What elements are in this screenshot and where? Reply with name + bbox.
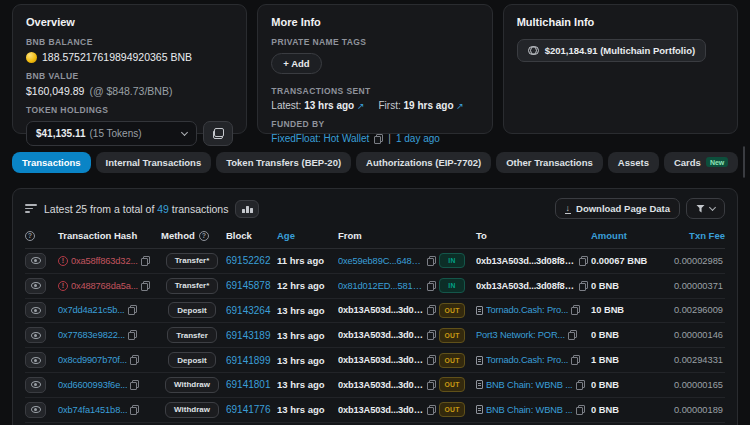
tx-preview-button[interactable] [25, 302, 46, 318]
external-link-icon[interactable]: ↗ [357, 101, 365, 111]
download-page-data-button[interactable]: ↓ Download Page Data [555, 198, 680, 219]
tx-preview-button[interactable] [25, 352, 46, 368]
block-link[interactable]: 69152262 [226, 255, 271, 266]
copy-icon[interactable] [128, 330, 137, 340]
tab-cards[interactable]: Cards New [664, 152, 738, 173]
to-address-link[interactable]: 0xb13A503d...3d08f812E [476, 281, 576, 291]
copy-icon[interactable] [374, 134, 383, 144]
age-cell: 11 hrs ago [277, 255, 335, 266]
copy-icon[interactable] [130, 380, 139, 390]
copy-icon[interactable] [576, 380, 585, 390]
amount-cell: 0 BNB [591, 380, 661, 390]
age-cell: 13 hrs ago [277, 330, 335, 341]
table-row: ! 0x488768da5a... Transfer* 69145878 12 … [25, 274, 725, 299]
direction-badge: OUT [439, 303, 465, 318]
tx-preview-button[interactable] [25, 253, 46, 269]
tx-preview-button[interactable] [25, 278, 46, 294]
from-address-link[interactable]: 0xb13A503d...3d08f812E [338, 380, 424, 390]
from-address-link[interactable]: 0x81d012ED...5818C2404 [338, 281, 424, 291]
tx-preview-button[interactable] [25, 377, 46, 393]
tx-hash-link[interactable]: 0x7dd4a21c5b... [58, 305, 125, 315]
total-count-link[interactable]: 49 [157, 203, 169, 215]
txn-fee-cell: 0.00294331 [664, 355, 725, 365]
from-address-link[interactable]: 0xe59eb89C...648E0AB74 [338, 256, 424, 266]
block-link[interactable]: 69145878 [226, 280, 271, 291]
direction-badge: OUT [439, 402, 465, 417]
tx-preview-button[interactable] [25, 402, 46, 418]
age-cell: 13 hrs ago [277, 355, 335, 366]
external-link-icon[interactable]: ↗ [456, 101, 464, 111]
copy-icon[interactable] [427, 281, 436, 291]
wallet-icon [213, 128, 224, 139]
direction-badge: IN [439, 278, 465, 293]
from-address-link[interactable]: 0xb13A503d...3d08f812E [338, 355, 424, 365]
copy-icon[interactable] [141, 256, 150, 266]
block-link[interactable]: 69141801 [226, 379, 271, 390]
to-address-link[interactable]: Tornado.Cash: Pro... [486, 305, 568, 315]
to-address-link[interactable]: Tornado.Cash: Pro... [486, 355, 568, 365]
header-txn-fee-sort[interactable]: Txn Fee [664, 230, 725, 241]
direction-badge: OUT [439, 353, 465, 368]
tx-hash-link[interactable]: 0x488768da5a... [71, 281, 138, 291]
copy-icon[interactable] [427, 380, 436, 390]
wallet-portfolio-button[interactable] [203, 121, 233, 146]
tab-token-transfers-bep-20[interactable]: Token Transfers (BEP-20) [216, 152, 351, 173]
to-address-link[interactable]: Port3 Network: POR... [476, 330, 565, 340]
copy-icon[interactable] [130, 405, 139, 415]
chart-view-button[interactable] [235, 200, 259, 218]
to-address-link[interactable]: BNB Chain: WBNB ... [486, 380, 573, 390]
token-holdings-value: $41,135.11 [36, 128, 86, 139]
copy-icon[interactable] [579, 256, 588, 266]
age-cell: 13 hrs ago [277, 305, 335, 316]
copy-icon[interactable] [579, 281, 588, 291]
tx-hash-link[interactable]: 0xb74fa1451b8... [58, 405, 127, 415]
to-address-link[interactable]: BNB Chain: WBNB ... [486, 405, 573, 415]
block-link[interactable]: 69141776 [226, 404, 271, 415]
copy-icon[interactable] [427, 305, 436, 315]
block-link[interactable]: 69143264 [226, 305, 271, 316]
from-address-link[interactable]: 0xb13A503d...3d08f812E [338, 305, 424, 315]
header-amount-sort[interactable]: Amount [591, 230, 661, 241]
tab-assets[interactable]: Assets [608, 152, 659, 173]
eye-icon [31, 332, 41, 339]
method-badge: Deposit [168, 302, 215, 318]
tx-hash-link[interactable]: 0x8cd9907b70f... [58, 355, 127, 365]
tab-authorizations-eip-7702[interactable]: Authorizations (EIP-7702) [356, 152, 491, 173]
copy-icon[interactable] [427, 405, 436, 415]
multichain-portfolio-button[interactable]: $201,184.91 (Multichain Portfolio) [517, 39, 706, 62]
tab-other-transactions[interactable]: Other Transactions [496, 152, 603, 173]
tx-hash-link[interactable]: 0xa58ff863d32... [71, 256, 138, 266]
token-holdings-count: (15 Tokens) [90, 128, 142, 139]
copy-icon[interactable] [427, 355, 436, 365]
block-link[interactable]: 69143189 [226, 330, 271, 341]
funded-by-link[interactable]: FixedFloat: Hot Wallet [271, 133, 369, 144]
copy-icon[interactable] [141, 281, 150, 291]
copy-icon[interactable] [571, 305, 580, 315]
tx-hash-link[interactable]: 0xd6600993f6e... [58, 380, 127, 390]
from-address-link[interactable]: 0xb13A503d...3d08f812E [338, 330, 424, 340]
block-link[interactable]: 69141899 [226, 355, 271, 366]
to-address-link[interactable]: 0xb13A503d...3d08f812E [476, 256, 576, 266]
header-age-sort[interactable]: Age [277, 230, 335, 241]
tx-preview-button[interactable] [25, 327, 46, 343]
tab-internal-transactions[interactable]: Internal Transactions [96, 152, 212, 173]
bnb-coin-icon [26, 52, 37, 63]
tab-transactions[interactable]: Transactions [12, 152, 91, 173]
copy-icon[interactable] [427, 256, 436, 266]
header-block: Block [226, 230, 274, 241]
copy-icon[interactable] [130, 355, 139, 365]
from-address-link[interactable]: 0xb13A503d...3d08f812E [338, 405, 424, 415]
copy-icon[interactable] [571, 355, 580, 365]
txn-fee-cell: 0.00000189 [664, 405, 725, 415]
txn-fee-cell: 0.00000371 [664, 281, 725, 291]
copy-icon[interactable] [576, 405, 585, 415]
copy-icon[interactable] [128, 305, 137, 315]
copy-icon[interactable] [568, 330, 577, 340]
tx-hash-link[interactable]: 0x77683e9822... [58, 330, 125, 340]
advanced-filter-button[interactable]: Advanced Filter [743, 146, 745, 178]
add-name-tag-button[interactable]: + Add [271, 53, 321, 74]
token-holdings-dropdown[interactable]: $41,135.11 (15 Tokens) [26, 121, 197, 146]
filter-button[interactable] [686, 198, 725, 219]
funding-age-link[interactable]: 1 day ago [396, 133, 440, 144]
copy-icon[interactable] [427, 330, 436, 340]
